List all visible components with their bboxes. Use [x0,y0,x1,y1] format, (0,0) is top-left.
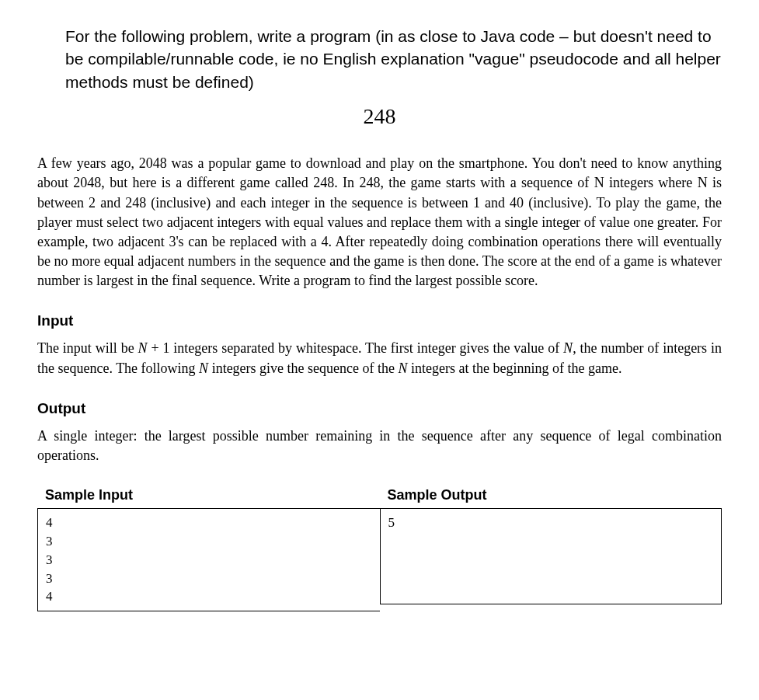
sample-input-box: 4 3 3 3 4 [37,508,380,611]
input-var-n: N [199,360,208,376]
problem-title: 248 [37,104,722,129]
output-description: A single integer: the largest possible n… [37,427,722,465]
input-var-n: N [399,360,408,376]
input-text-part: The input will be [37,340,138,356]
description-text: A few years ago, 2048 was a popular game… [37,155,722,288]
input-var-n: N [563,340,573,356]
input-var-n: N [138,340,148,356]
sample-output-box: 5 [380,508,722,604]
output-heading: Output [37,400,722,417]
problem-instruction: For the following problem, write a progr… [65,25,722,93]
input-text-part: integers at the beginning of the game. [408,360,622,376]
sample-input-heading: Sample Input [37,487,380,503]
sample-output-heading: Sample Output [380,487,722,503]
input-description: The input will be N + 1 integers separat… [37,339,722,378]
input-text-part: + 1 integers separated by whitespace. Th… [148,340,564,356]
sample-output-column: Sample Output 5 [380,487,722,611]
input-heading: Input [37,312,722,329]
problem-description: A few years ago, 2048 was a popular game… [37,154,722,291]
sample-container: Sample Input 4 3 3 3 4 Sample Output 5 [37,487,722,611]
input-text-part: integers give the sequence of the [208,360,398,376]
sample-input-column: Sample Input 4 3 3 3 4 [37,487,380,611]
